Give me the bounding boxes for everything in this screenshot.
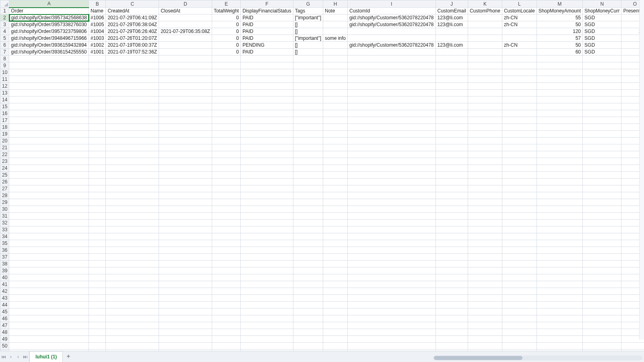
cell[interactable]	[89, 69, 106, 76]
select-all-corner[interactable]	[0, 0, 9, 8]
row-header-12[interactable]: 12	[0, 83, 9, 90]
row-header-38[interactable]: 38	[0, 261, 9, 267]
cell[interactable]	[537, 247, 582, 254]
cell[interactable]	[159, 144, 212, 151]
header-cell-Name[interactable]: Name	[89, 8, 106, 14]
cell[interactable]	[436, 206, 468, 213]
row-header-16[interactable]: 16	[0, 110, 9, 117]
cell[interactable]	[468, 261, 502, 267]
cell[interactable]	[436, 83, 468, 90]
cell[interactable]	[159, 165, 212, 172]
cell[interactable]	[468, 21, 502, 28]
row-header-24[interactable]: 24	[0, 165, 9, 172]
cell[interactable]	[323, 302, 348, 309]
cell[interactable]	[436, 103, 468, 110]
cell[interactable]	[159, 274, 212, 281]
cell[interactable]	[348, 199, 436, 206]
cell[interactable]	[502, 103, 537, 110]
cell[interactable]	[537, 240, 582, 247]
cell[interactable]	[241, 124, 293, 131]
cell[interactable]	[89, 281, 106, 288]
cell[interactable]	[293, 302, 323, 309]
cell[interactable]	[537, 62, 582, 69]
cell[interactable]	[89, 56, 106, 62]
cell[interactable]	[293, 131, 323, 138]
cell[interactable]	[106, 336, 159, 343]
cell[interactable]	[212, 261, 240, 267]
row-header-26[interactable]: 26	[0, 179, 9, 185]
cell[interactable]	[212, 220, 240, 226]
cell[interactable]	[159, 117, 212, 124]
spreadsheet-grid[interactable]: ABCDEFGHIJKLMNO1OrderNameCreatedAtClosed…	[0, 0, 644, 351]
cell[interactable]	[212, 69, 240, 76]
cell[interactable]	[106, 343, 159, 350]
nav-last-button[interactable]: ⏭	[22, 351, 29, 362]
cell[interactable]	[348, 233, 436, 240]
row-header-36[interactable]: 36	[0, 247, 9, 254]
cell[interactable]	[9, 261, 89, 267]
cell[interactable]	[9, 69, 89, 76]
cell[interactable]	[468, 199, 502, 206]
cell[interactable]	[348, 281, 436, 288]
cell[interactable]	[323, 199, 348, 206]
cell[interactable]	[537, 56, 582, 62]
cell[interactable]	[323, 309, 348, 315]
cell[interactable]	[159, 76, 212, 83]
cell[interactable]	[159, 213, 212, 220]
cell[interactable]	[502, 226, 537, 233]
cell[interactable]	[468, 76, 502, 83]
cell[interactable]	[537, 76, 582, 83]
cell[interactable]	[241, 295, 293, 302]
cell[interactable]	[89, 199, 106, 206]
cell[interactable]: gid://shopify/Customer/5362078220478	[348, 14, 436, 21]
cell[interactable]	[159, 254, 212, 261]
cell[interactable]	[348, 267, 436, 274]
cell[interactable]	[241, 240, 293, 247]
column-header-J[interactable]: J	[436, 0, 468, 8]
cell[interactable]	[583, 302, 621, 309]
cell[interactable]: SGD	[583, 49, 621, 56]
cell[interactable]	[348, 254, 436, 261]
cell[interactable]	[502, 83, 537, 90]
cell[interactable]	[293, 329, 323, 336]
cell[interactable]	[583, 185, 621, 192]
cell[interactable]	[537, 199, 582, 206]
cell[interactable]: #1004	[89, 28, 106, 35]
cell[interactable]	[502, 220, 537, 226]
cell[interactable]	[293, 179, 323, 185]
cell[interactable]	[89, 144, 106, 151]
cell[interactable]	[583, 281, 621, 288]
cell[interactable]	[9, 172, 89, 179]
row-header-14[interactable]: 14	[0, 97, 9, 103]
cell[interactable]	[323, 144, 348, 151]
cell[interactable]: 2021-07-29T06:38:04Z	[106, 21, 159, 28]
cell[interactable]	[323, 124, 348, 131]
cell[interactable]	[293, 103, 323, 110]
cell[interactable]	[436, 28, 468, 35]
cell[interactable]	[436, 138, 468, 144]
row-header-43[interactable]: 43	[0, 295, 9, 302]
cell[interactable]	[348, 124, 436, 131]
cell[interactable]	[537, 281, 582, 288]
cell[interactable]	[583, 90, 621, 97]
cell[interactable]	[537, 288, 582, 295]
cell[interactable]	[436, 192, 468, 199]
cell[interactable]	[159, 309, 212, 315]
cell[interactable]	[468, 110, 502, 117]
cell[interactable]: #1002	[89, 42, 106, 49]
cell[interactable]	[106, 295, 159, 302]
cell[interactable]	[9, 165, 89, 172]
cell[interactable]	[241, 151, 293, 158]
cell[interactable]	[106, 90, 159, 97]
cell[interactable]	[106, 261, 159, 267]
cell[interactable]	[502, 302, 537, 309]
row-header-7[interactable]: 7	[0, 49, 9, 56]
cell[interactable]	[89, 131, 106, 138]
cell[interactable]: SGD	[583, 28, 621, 35]
cell[interactable]	[436, 165, 468, 172]
cell[interactable]	[436, 185, 468, 192]
cell[interactable]	[241, 322, 293, 329]
row-header-23[interactable]: 23	[0, 158, 9, 165]
cell[interactable]	[436, 302, 468, 309]
row-header-35[interactable]: 35	[0, 240, 9, 247]
